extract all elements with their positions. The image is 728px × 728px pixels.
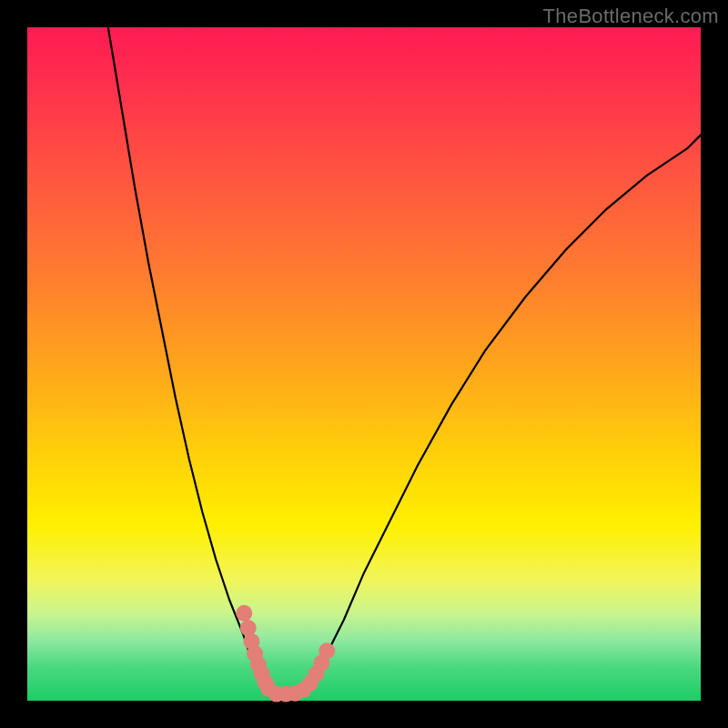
series-group xyxy=(108,27,701,694)
watermark-text: TheBottleneck.com xyxy=(543,5,719,28)
marker-group xyxy=(236,605,335,703)
curve-svg xyxy=(27,27,701,701)
series-left-curve xyxy=(108,27,267,687)
chart-frame: TheBottleneck.com xyxy=(0,0,728,728)
marker-point xyxy=(236,605,252,622)
plot-area xyxy=(27,27,701,701)
marker-point xyxy=(318,642,335,659)
series-right-curve xyxy=(310,135,701,687)
